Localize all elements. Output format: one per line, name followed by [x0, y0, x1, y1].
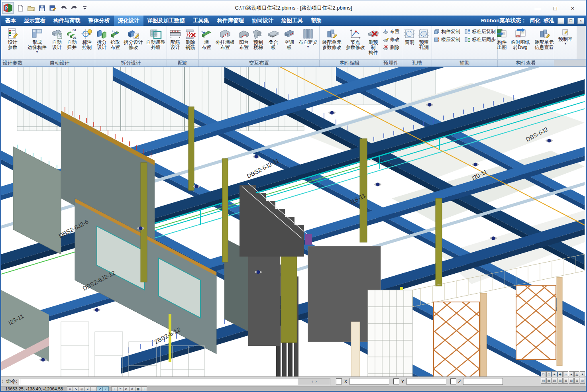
custom-layout-button[interactable]: 布自定义 ▼: [297, 27, 319, 49]
form-edge-members-button[interactable]: 形成 边缘构件 ▼: [25, 27, 49, 54]
tab-global-analysis[interactable]: 整体分析: [84, 16, 114, 26]
design-params-button[interactable]: 设计 参数: [5, 27, 20, 51]
dyn-toggle[interactable]: ∕: [103, 386, 109, 391]
select-toggle[interactable]: +: [111, 386, 117, 391]
otrack-toggle[interactable]: ↗: [97, 386, 103, 391]
ribbon-state-standard[interactable]: 标准: [544, 17, 554, 24]
x-input[interactable]: [349, 378, 389, 385]
y-checkbox[interactable]: [393, 378, 399, 384]
assembly-unit-param-edit-button[interactable]: 装配单元 参数修改: [320, 27, 344, 51]
auto-merge-button[interactable]: G1G2 自动 归并: [65, 27, 80, 51]
undo-view-toggle[interactable]: ↺: [129, 386, 135, 391]
balcony-layout-button[interactable]: 阳台 布置: [237, 27, 251, 51]
ortho-toggle[interactable]: ◎: [79, 386, 85, 391]
pan-toggle[interactable]: ↷: [117, 386, 123, 391]
snap-toggle[interactable]: ×: [67, 386, 73, 391]
split-design-button[interactable]: 拆分 设计: [95, 27, 109, 51]
command-history-scrollbar[interactable]: ‹ ›: [298, 378, 330, 385]
tab-toolset[interactable]: 工具集: [189, 16, 213, 26]
exterior-panel-layout-button[interactable]: 外挂墙板 布置: [214, 27, 237, 51]
doc-minimize-button[interactable]: —: [558, 18, 564, 24]
split-design-edit-button[interactable]: 拆分设计 修改: [122, 27, 145, 51]
app-logo-icon[interactable]: P: [2, 2, 14, 14]
save-as-icon[interactable]: [49, 4, 57, 12]
auto-adjust-exterior-wall-button[interactable]: 自动调整 外墙: [145, 27, 167, 51]
zoom-extents-tool[interactable]: ▤: [541, 378, 546, 384]
gridmesh-toggle[interactable]: ▦: [135, 386, 141, 391]
precast-stair-button[interactable]: 预制 楼梯: [251, 27, 265, 51]
tab-basic[interactable]: 基本: [1, 16, 20, 26]
standard-floor-copy-button[interactable]: 标准层复制: [463, 28, 497, 35]
rotate-right-tool[interactable]: ⊟: [569, 378, 574, 384]
zoom-previous-tool[interactable]: ▨: [558, 378, 563, 384]
save-icon[interactable]: [38, 4, 46, 12]
tab-drawing-tools[interactable]: 绘图工具: [277, 16, 307, 26]
model-viewport[interactable]: DBS2-6J2-11 i18-11 i20-11 i23-11 DBS2-6J…: [1, 67, 586, 376]
scroll-right-icon[interactable]: ›: [315, 379, 316, 384]
tab-components-loads[interactable]: 构件与荷载: [49, 16, 84, 26]
tab-display-view[interactable]: 显示查看: [20, 16, 49, 26]
minimize-button[interactable]: —: [532, 3, 544, 13]
doc-restore-button[interactable]: ❐: [567, 18, 574, 24]
zoom-window-tool[interactable]: ▧: [552, 378, 557, 384]
reserved-hole-button[interactable]: 预留 孔洞: [417, 27, 431, 51]
doc-close-button[interactable]: ×: [577, 18, 584, 24]
close-button[interactable]: ×: [567, 3, 579, 13]
tab-collaborative-design[interactable]: 协同设计: [248, 16, 277, 26]
rotate-left-tool[interactable]: ⊞: [563, 378, 568, 384]
pan-tool[interactable]: ▦: [546, 378, 552, 384]
view-tool-front[interactable]: △: [574, 371, 579, 377]
redo-icon[interactable]: [70, 4, 78, 12]
view-tool-top[interactable]: ○: [563, 371, 568, 377]
new-file-icon[interactable]: [16, 4, 24, 12]
view-tool-back[interactable]: ▲: [580, 371, 585, 377]
open-file-icon[interactable]: [27, 4, 35, 12]
standard-floor-sync-button[interactable]: 标准层同步: [463, 36, 497, 43]
composite-slab-button[interactable]: 叠合板: [265, 27, 281, 51]
temp-drawing-to-dwg-button[interactable]: DWG 临时图纸 转Dwg: [509, 27, 532, 51]
full-view-tool[interactable]: ◎: [580, 378, 585, 384]
component-copy-button[interactable]: 构件复制: [433, 28, 461, 35]
crosshair-toggle[interactable]: +: [141, 386, 147, 391]
pick-place-button[interactable]: 拾取 布置: [109, 27, 122, 51]
embed-place-button[interactable]: 布置: [382, 28, 400, 35]
prefab-rate-button[interactable]: 预制率 ▼: [557, 27, 574, 45]
rebar-design-button[interactable]: 配筋 设计: [168, 27, 183, 51]
shade-mode-tool[interactable]: ⊠: [574, 378, 579, 384]
view-tool-iso-ne[interactable]: □: [541, 371, 546, 377]
command-bar-grip[interactable]: ⁞⁞: [2, 379, 5, 384]
noplot-toggle[interactable]: ⊘: [123, 386, 129, 391]
scroll-left-icon[interactable]: ‹: [312, 379, 313, 384]
polar-toggle[interactable]: ∠: [85, 386, 91, 391]
z-input[interactable]: [463, 378, 503, 385]
delete-precast-button[interactable]: 删预制 构件: [367, 27, 380, 56]
qat-customize-icon[interactable]: [81, 4, 89, 12]
ac-slab-button[interactable]: 空调板: [281, 27, 297, 51]
view-tool-iso-sw[interactable]: ◆: [558, 371, 563, 377]
assembly-unit-info-button[interactable]: 装配单元 信息查看: [532, 27, 557, 51]
ribbon-state-simplified[interactable]: 简化: [530, 17, 540, 24]
x-checkbox[interactable]: [336, 378, 342, 384]
tab-drawings-data[interactable]: 详图及加工数据: [143, 16, 189, 26]
node-param-edit-button[interactable]: 节点 参数修改: [344, 27, 367, 51]
view-tool-bottom[interactable]: ●: [569, 371, 574, 377]
maximize-button[interactable]: □: [549, 3, 561, 13]
osnap-toggle[interactable]: ~: [91, 386, 97, 391]
delete-rebar-button[interactable]: 删除 钢筋: [183, 27, 198, 51]
embed-edit-button[interactable]: 修改: [382, 36, 400, 43]
tab-library-manage[interactable]: 构件库管理: [213, 16, 248, 26]
tab-help[interactable]: 帮助: [307, 16, 326, 26]
view-tool-iso-se[interactable]: ■: [552, 371, 557, 377]
annotation-control-button[interactable]: 标注 控制: [79, 27, 94, 51]
window-opening-button[interactable]: 窗洞: [402, 27, 417, 45]
wall-layout-button[interactable]: 墙 布置: [199, 27, 214, 51]
auto-design-button[interactable]: 自动 设计: [49, 27, 65, 51]
z-checkbox[interactable]: [450, 378, 456, 384]
tab-detailed-design[interactable]: 深化设计: [114, 16, 143, 26]
component-drawing-button[interactable]: 构件 出图: [495, 27, 509, 51]
command-input[interactable]: [19, 378, 298, 385]
grid-toggle[interactable]: ↘: [73, 386, 79, 391]
y-input[interactable]: [406, 378, 446, 385]
embed-delete-button[interactable]: 删除: [382, 44, 400, 51]
floor-copy-button[interactable]: 楼层复制: [433, 36, 461, 43]
